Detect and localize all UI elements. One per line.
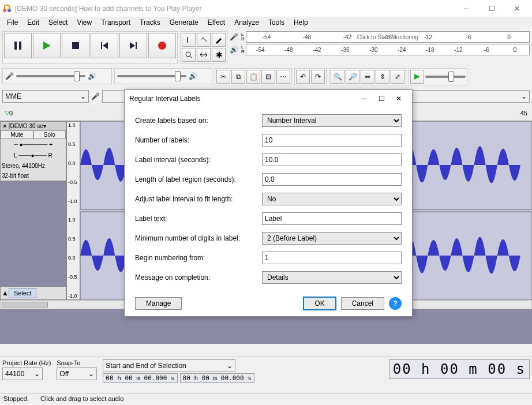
min-digits-select[interactable]: 2 (Before Label) xyxy=(262,232,402,245)
svg-line-13 xyxy=(190,56,192,58)
multi-tool-icon[interactable]: ✱ xyxy=(212,48,226,62)
menu-select[interactable]: Select xyxy=(44,17,72,29)
completion-msg-select[interactable]: Details xyxy=(262,271,402,284)
create-labels-label: Create labels based on: xyxy=(135,117,256,125)
selection-tool-icon[interactable]: I xyxy=(182,33,196,47)
record-button[interactable] xyxy=(148,33,176,58)
selection-type-combo[interactable]: Start and End of Selection⌄ xyxy=(103,359,235,372)
dialog-minimize-button[interactable]: ─ xyxy=(355,95,373,103)
adjust-interval-select[interactable]: No xyxy=(262,193,402,205)
draw-tool-icon[interactable] xyxy=(212,33,226,47)
recording-volume[interactable]: 🎤 🔊 xyxy=(2,68,112,84)
cancel-button[interactable]: Cancel xyxy=(341,297,384,310)
menu-tools[interactable]: Tools xyxy=(264,17,289,29)
menu-generate[interactable]: Generate xyxy=(165,17,203,29)
regular-interval-labels-dialog: Regular Interval Labels ─ ☐ ✕ Create lab… xyxy=(124,89,413,317)
menu-analyze[interactable]: Analyze xyxy=(230,17,264,29)
track-depth: 32-bit float xyxy=(1,171,66,181)
audio-position[interactable]: 00 h 00 m 00 s xyxy=(389,359,530,379)
snap-combo[interactable]: Off⌄ xyxy=(57,367,97,380)
play-button[interactable] xyxy=(33,33,61,58)
help-icon[interactable]: ? xyxy=(389,297,402,310)
chevron-down-icon[interactable]: ▾ xyxy=(43,123,46,129)
status-hint: Click and drag to select audio xyxy=(40,395,123,404)
svg-marker-15 xyxy=(414,74,420,80)
menu-tracks[interactable]: Tracks xyxy=(135,17,165,29)
mic-icon: 🎤 xyxy=(5,72,14,80)
paste-icon[interactable]: 📋 xyxy=(246,70,260,84)
menu-file[interactable]: File xyxy=(2,17,23,29)
label-interval-input[interactable] xyxy=(262,153,402,166)
play-at-speed-icon[interactable] xyxy=(410,70,424,84)
dialog-maximize-button[interactable]: ☐ xyxy=(373,95,390,103)
playback-volume[interactable]: 🔊 xyxy=(114,68,212,84)
completion-msg-label: Message on completion: xyxy=(135,273,256,282)
selection-toolbar: Project Rate (Hz) 44100⌄ Snap-To Off⌄ St… xyxy=(0,357,532,393)
min-digits-label: Minimum number of digits in label: xyxy=(135,234,256,242)
adjust-interval-label: Adjust label interval to fit length: xyxy=(135,195,256,203)
redo-icon[interactable]: ↷ xyxy=(311,70,325,84)
toolbars-2: 🎤 🔊 🔊 ✂ ⧉ 📋 ⊟ ⋯ ↶ ↷ 🔍 🔎 ⇔ ⇕ ⤢ xyxy=(0,66,532,88)
label-text-input[interactable] xyxy=(262,212,402,225)
zoom-in-icon[interactable]: 🔍 xyxy=(331,70,344,84)
track-name[interactable]: [DEMO 30 se xyxy=(9,123,43,129)
create-labels-select[interactable]: Number Interval xyxy=(262,114,402,127)
app-icon xyxy=(2,4,12,13)
toolbars: I ✱ 🎤 LR -54-48-42 Click to Start Monito… xyxy=(0,29,532,66)
dialog-close-button[interactable]: ✕ xyxy=(390,95,407,103)
play-lr-icon: LR xyxy=(241,45,245,54)
close-track-icon[interactable]: ✕ xyxy=(2,123,7,129)
region-length-input[interactable] xyxy=(262,173,402,186)
select-track-button[interactable]: Select xyxy=(9,288,37,298)
project-rate-combo[interactable]: 44100⌄ xyxy=(2,367,43,380)
svg-point-12 xyxy=(186,52,190,57)
mute-button[interactable]: Mute xyxy=(1,130,33,139)
minimize-button[interactable]: ─ xyxy=(454,0,479,17)
begin-numbering-label: Begin numbering from: xyxy=(135,254,256,262)
stop-button[interactable] xyxy=(62,33,89,58)
silence-icon[interactable]: ⋯ xyxy=(276,70,290,84)
amplitude-scale: 1.00.50.0-0.5-1.0 1.00.50.0-0.5-1.0 xyxy=(66,121,80,300)
pause-button[interactable] xyxy=(4,33,32,58)
menu-effect[interactable]: Effect xyxy=(203,17,230,29)
begin-numbering-input[interactable] xyxy=(262,252,402,264)
copy-icon[interactable]: ⧉ xyxy=(231,70,245,84)
window-title: [DEMO 30 seconds] How to add channels to… xyxy=(15,5,454,13)
recording-meter[interactable]: -54-48-42 Click to Start Monitoring -18-… xyxy=(246,31,530,43)
menu-transport[interactable]: Transport xyxy=(96,17,135,29)
svg-rect-3 xyxy=(19,42,21,50)
audio-host-combo[interactable]: MME⌄ xyxy=(2,90,89,103)
trim-icon[interactable]: ⊟ xyxy=(261,70,275,84)
track-format: Stereo, 44100Hz xyxy=(1,161,66,171)
svg-text:✱: ✱ xyxy=(216,51,223,59)
timeshift-tool-icon[interactable] xyxy=(197,48,211,62)
number-labels-input[interactable] xyxy=(262,134,402,147)
selection-start[interactable]: 00 h 00 m 00.000 s xyxy=(103,373,177,383)
envelope-tool-icon[interactable] xyxy=(197,33,211,47)
menu-view[interactable]: View xyxy=(72,17,96,29)
playback-meter[interactable]: -54-48-42-36-30-24-18-12-60 xyxy=(246,44,530,55)
zoom-tool-icon[interactable] xyxy=(182,48,196,62)
cut-icon[interactable]: ✂ xyxy=(216,70,230,84)
collapse-icon[interactable]: ▲ xyxy=(2,289,9,297)
zoom-toggle-icon[interactable]: ⤢ xyxy=(391,70,404,84)
solo-button[interactable]: Solo xyxy=(33,130,66,139)
zoom-out-icon[interactable]: 🔎 xyxy=(346,70,359,84)
ok-button[interactable]: OK xyxy=(303,297,336,310)
fit-project-icon[interactable]: ⇕ xyxy=(376,70,389,84)
manage-button[interactable]: Manage xyxy=(135,297,182,310)
project-rate-label: Project Rate (Hz) xyxy=(2,359,51,366)
fit-selection-icon[interactable]: ⇔ xyxy=(361,70,374,84)
playhead-icon[interactable]: ▽ xyxy=(5,109,9,117)
skip-end-button[interactable] xyxy=(119,33,147,58)
menu-edit[interactable]: Edit xyxy=(23,17,44,29)
dialog-title: Regular Interval Labels xyxy=(129,95,200,103)
svg-point-10 xyxy=(158,42,166,50)
menu-help[interactable]: Help xyxy=(289,17,313,29)
track-control-panel: ✕ [DEMO 30 se▾ MuteSolo ─ ●────── + L ──… xyxy=(0,121,66,181)
selection-end[interactable]: 00 h 00 m 00.000 s xyxy=(180,373,254,383)
maximize-button[interactable]: ☐ xyxy=(479,0,504,17)
close-button[interactable]: ✕ xyxy=(504,0,530,17)
undo-icon[interactable]: ↶ xyxy=(296,70,310,84)
skip-start-button[interactable] xyxy=(91,33,118,58)
